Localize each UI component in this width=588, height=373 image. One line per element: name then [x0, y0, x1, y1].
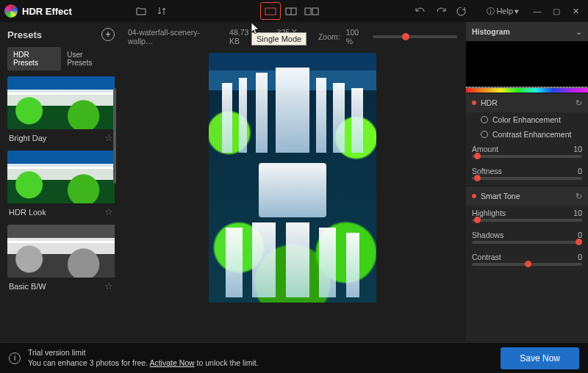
zoom-slider[interactable]: [373, 35, 457, 38]
preset-label: Bright Day: [9, 134, 46, 142]
help-menu[interactable]: ⓘHelp ▾: [487, 6, 519, 17]
reset-icon[interactable]: ↻: [576, 98, 582, 107]
radio-icon: [481, 116, 488, 123]
preset-thumb: [7, 76, 115, 129]
radio-icon: [481, 131, 488, 138]
presets-title: Presets: [7, 29, 42, 40]
toolbar-history-group: [410, 2, 472, 20]
zoom-thumb[interactable]: [402, 33, 409, 40]
tab-user-presets[interactable]: User Presets: [61, 47, 115, 70]
mouse-cursor-icon: [251, 22, 261, 35]
activate-link[interactable]: Activate Now: [149, 358, 194, 367]
app-logo-icon: [4, 4, 18, 18]
histogram-display: [466, 41, 588, 93]
preset-list: Bright Day☆ HDR Look☆ Basic B/W☆: [7, 76, 115, 341]
svg-rect-0: [265, 8, 276, 15]
hdr-section-header[interactable]: HDR ↻: [466, 93, 588, 112]
reset-button[interactable]: [451, 2, 472, 20]
undo-button[interactable]: [410, 2, 431, 20]
open-folder-button[interactable]: [131, 2, 151, 20]
redo-button[interactable]: [431, 2, 451, 20]
amount-slider[interactable]: [472, 155, 582, 158]
param-label: Contrast: [472, 253, 501, 261]
toolbar-view-group: [260, 2, 322, 20]
contrast-param: Contrast0: [466, 250, 588, 272]
bottom-bar: i Trial version limit You can enhance 3 …: [0, 342, 588, 373]
presets-panel: Presets + HDR Presets User Presets Brigh…: [0, 22, 119, 341]
trial-message: Trial version limit You can enhance 3 ph…: [28, 348, 259, 368]
section-indicator-icon: [472, 101, 476, 105]
softness-param: Softness0: [466, 164, 588, 186]
minimize-button[interactable]: —: [529, 3, 545, 19]
slider-thumb[interactable]: [525, 261, 531, 267]
section-indicator-icon: [472, 194, 476, 198]
svg-rect-3: [305, 8, 311, 15]
slider-thumb[interactable]: [474, 153, 481, 159]
help-label: Help: [496, 7, 513, 15]
option-label: Color Enhancement: [492, 115, 561, 124]
preset-thumb: [7, 225, 115, 278]
split-mode-button[interactable]: [281, 2, 301, 20]
param-value: 10: [573, 145, 582, 153]
smart-tone-header[interactable]: Smart Tone ↻: [466, 186, 588, 206]
sort-button[interactable]: [151, 2, 172, 20]
slider-thumb[interactable]: [474, 175, 481, 181]
side-by-side-button[interactable]: [301, 2, 322, 20]
contrast-slider[interactable]: [472, 263, 582, 266]
save-now-button[interactable]: Save Now: [501, 347, 579, 369]
chevron-down-icon: ⌄: [576, 27, 582, 36]
contrast-enhancement-option[interactable]: Contrast Enhancement: [466, 127, 588, 142]
close-button[interactable]: ✕: [567, 3, 584, 19]
param-value: 0: [578, 253, 582, 261]
preset-thumb: [7, 151, 115, 203]
favorite-icon[interactable]: ☆: [104, 206, 113, 217]
hdr-section: HDR ↻ Color Enhancement Contrast Enhance…: [466, 93, 588, 186]
param-value: 10: [573, 209, 582, 217]
preset-item[interactable]: Bright Day☆: [7, 76, 115, 146]
preset-item[interactable]: Basic B/W☆: [7, 225, 115, 294]
histogram-header[interactable]: Histogram ⌄: [466, 22, 588, 41]
tab-hdr-presets[interactable]: HDR Presets: [7, 47, 61, 70]
editor-area: 04-waterfall-scenery-wallp… 48.73 KB | 3…: [119, 22, 466, 341]
shadows-slider[interactable]: [472, 241, 582, 244]
softness-slider[interactable]: [472, 177, 582, 180]
smart-tone-section: Smart Tone ↻ Highlights10 Shadows0 Contr…: [466, 186, 588, 272]
preset-label: Basic B/W: [9, 282, 46, 291]
option-label: Contrast Enhancement: [492, 130, 571, 139]
single-mode-button[interactable]: [260, 2, 281, 20]
favorite-icon[interactable]: ☆: [104, 132, 113, 143]
hdr-title: HDR: [481, 98, 498, 107]
reset-icon[interactable]: ↻: [576, 192, 582, 200]
add-preset-button[interactable]: +: [101, 28, 115, 41]
zoom-label: Zoom:: [318, 32, 340, 41]
amount-param: Amount10: [466, 142, 588, 164]
param-label: Shadows: [472, 231, 503, 239]
window-controls: ⓘHelp ▾ — ▢ ✕: [487, 3, 584, 19]
color-enhancement-option[interactable]: Color Enhancement: [466, 112, 588, 127]
smart-tone-title: Smart Tone: [481, 192, 520, 200]
histogram-title: Histogram: [472, 27, 510, 36]
svg-rect-4: [312, 8, 318, 15]
file-name: 04-waterfall-scenery-wallp…: [128, 28, 222, 46]
param-value: 0: [578, 167, 582, 175]
trial-line-a: You can enhance 3 photos for free.: [28, 358, 149, 367]
preset-label: HDR Look: [9, 208, 46, 217]
preset-item[interactable]: HDR Look☆: [7, 151, 115, 220]
highlights-param: Highlights10: [466, 206, 588, 228]
preset-tabs: HDR Presets User Presets: [7, 47, 115, 70]
titlebar: HDR Effect ⓘHelp ▾ —: [0, 0, 588, 22]
adjustments-panel: Histogram ⌄ HDR ↻ Color Enhancement Cont…: [466, 22, 588, 341]
highlights-slider[interactable]: [472, 219, 582, 222]
zoom-value: 100 %: [346, 28, 368, 46]
shadows-param: Shadows0: [466, 228, 588, 250]
favorite-icon[interactable]: ☆: [104, 280, 113, 291]
chevron-down-icon: ▾: [514, 7, 519, 16]
app-title: HDR Effect: [22, 6, 72, 17]
image-canvas[interactable]: [209, 53, 376, 303]
maximize-button[interactable]: ▢: [548, 3, 564, 19]
slider-thumb[interactable]: [576, 239, 582, 245]
preset-scrollbar[interactable]: [113, 88, 116, 184]
slider-thumb[interactable]: [474, 217, 481, 223]
trial-line-b: to unlock the limit.: [195, 358, 259, 367]
info-icon: i: [9, 352, 21, 364]
